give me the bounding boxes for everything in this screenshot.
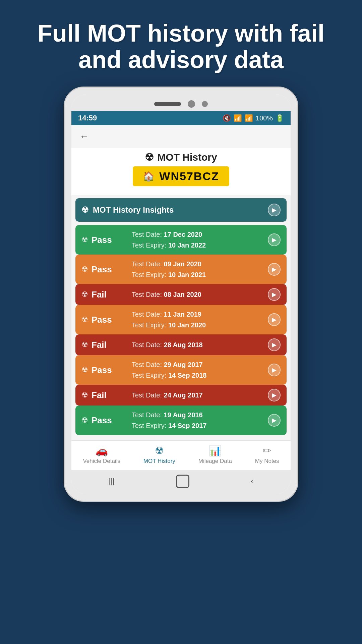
insights-icon: ☢ [81,205,89,215]
row-dates: Test Date: 11 Jan 2019Test Expiry: 10 Ja… [132,309,264,330]
mot-row[interactable]: ☢ Pass Test Date: 09 Jan 2020Test Expiry… [75,255,287,284]
forward-gesture: ‹ [251,477,253,486]
row-result: Pass [92,315,112,325]
phone-frame: 14:59 🔇 📶 📶 100% 🔋 ← ☢ MOT History [64,87,298,502]
row-dates: Test Date: 24 Aug 2017 [132,390,264,400]
mileage-icon: 📊 [209,445,221,457]
mot-row[interactable]: ☢ Fail Test Date: 08 Jan 2020 ▶ [75,284,287,305]
mot-nav-icon: ☢ [155,445,164,457]
plate-text: WN57BCZ [159,170,219,183]
row-result: Pass [92,415,112,426]
row-result: Fail [92,340,107,350]
row-left: ☢ Fail [81,340,128,350]
row-hazard-icon: ☢ [81,340,88,349]
row-hazard-icon: ☢ [81,265,88,274]
notes-label: My Notes [255,458,279,465]
row-left: ☢ Fail [81,289,128,300]
row-play-btn[interactable]: ▶ [268,313,281,326]
row-hazard-icon: ☢ [81,366,88,374]
insights-play-btn[interactable]: ▶ [268,204,281,216]
row-hazard-icon: ☢ [81,416,88,425]
row-dates: Test Date: 08 Jan 2020 [132,289,264,300]
mot-nav-label: MOT History [143,458,175,465]
row-play-btn[interactable]: ▶ [268,233,281,246]
battery-icon: 🔋 [276,114,284,122]
row-result: Fail [92,390,107,400]
phone-top [71,94,291,111]
nav-mileage-data[interactable]: 📊 Mileage Data [198,445,232,465]
status-bar: 14:59 🔇 📶 📶 100% 🔋 [71,111,291,125]
row-hazard-icon: ☢ [81,315,88,324]
mot-row[interactable]: ☢ Pass Test Date: 19 Aug 2016Test Expiry… [75,406,287,435]
mot-row[interactable]: ☢ Fail Test Date: 28 Aug 2018 ▶ [75,334,287,355]
camera-main [188,100,195,108]
row-left: ☢ Pass [81,315,128,325]
wifi-icon: 📶 [234,114,242,122]
battery-text: 100% [256,114,273,122]
back-gesture: ||| [109,477,115,486]
insights-row[interactable]: ☢ MOT History Insights ▶ [75,198,287,222]
mot-title: ☢ MOT History [78,151,284,163]
row-play-btn[interactable]: ▶ [268,364,281,376]
row-dates: Test Date: 19 Aug 2016Test Expiry: 14 Se… [132,410,264,431]
row-left: ☢ Pass [81,365,128,375]
signal-icon: 📶 [245,114,253,122]
nav-vehicle-details[interactable]: 🚗 Vehicle Details [83,445,120,465]
mot-title-text: MOT History [157,152,217,163]
row-dates: Test Date: 29 Aug 2017Test Expiry: 14 Se… [132,359,264,381]
hero-text: Full MOT history with fail and advisory … [0,0,362,87]
row-play-btn[interactable]: ▶ [268,338,281,351]
mot-list: ☢ MOT History Insights ▶ ☢ Pass Test Dat… [71,195,291,438]
plate-badge: 🏠 WN57BCZ [133,166,229,186]
bottom-nav: 🚗 Vehicle Details ☢ MOT History 📊 Mileag… [71,440,291,470]
status-time: 14:59 [78,114,97,122]
phone-bottom: ||| ‹ [71,470,291,494]
app-content: ☢ MOT History 🏠 WN57BCZ ☢ MOT History In… [71,148,291,470]
mot-row[interactable]: ☢ Pass Test Date: 11 Jan 2019Test Expiry… [75,305,287,334]
camera-secondary [202,101,208,107]
mot-row[interactable]: ☢ Fail Test Date: 24 Aug 2017 ▶ [75,385,287,406]
row-hazard-icon: ☢ [81,290,88,299]
mot-title-icon: ☢ [145,151,154,163]
back-button[interactable]: ← [79,131,89,142]
row-play-btn[interactable]: ▶ [268,389,281,401]
row-left: ☢ Pass [81,415,128,426]
row-dates: Test Date: 28 Aug 2018 [132,339,264,350]
row-dates: Test Date: 17 Dec 2020Test Expiry: 10 Ja… [132,229,264,251]
mot-records: ☢ Pass Test Date: 17 Dec 2020Test Expiry… [75,225,287,435]
row-result: Pass [92,235,112,245]
row-result: Pass [92,264,112,275]
speaker [154,102,181,106]
mot-row[interactable]: ☢ Pass Test Date: 17 Dec 2020Test Expiry… [75,225,287,255]
row-left: ☢ Pass [81,235,128,245]
nav-mot-history[interactable]: ☢ MOT History [143,445,175,465]
insights-label: MOT History Insights [93,205,174,215]
row-result: Pass [92,365,112,375]
row-play-btn[interactable]: ▶ [268,288,281,301]
row-result: Fail [92,289,107,300]
mileage-label: Mileage Data [198,458,232,465]
row-left: ☢ Pass [81,264,128,275]
garage-icon: 🏠 [143,171,155,182]
mute-icon: 🔇 [223,114,231,122]
back-bar: ← [71,125,291,148]
status-icons: 🔇 📶 📶 100% 🔋 [223,114,284,122]
row-hazard-icon: ☢ [81,391,88,399]
row-hazard-icon: ☢ [81,235,88,244]
row-play-btn[interactable]: ▶ [268,414,281,427]
nav-my-notes[interactable]: ✏ My Notes [255,445,279,465]
row-play-btn[interactable]: ▶ [268,263,281,276]
row-dates: Test Date: 09 Jan 2020Test Expiry: 10 Ja… [132,259,264,280]
vehicle-icon: 🚗 [96,445,108,457]
vehicle-label: Vehicle Details [83,458,120,465]
mot-row[interactable]: ☢ Pass Test Date: 29 Aug 2017Test Expiry… [75,355,287,385]
mot-header: ☢ MOT History 🏠 WN57BCZ [71,148,291,195]
row-left: ☢ Fail [81,390,128,400]
notes-icon: ✏ [263,445,271,457]
insights-left: ☢ MOT History Insights [81,205,174,215]
home-gesture [176,475,189,488]
